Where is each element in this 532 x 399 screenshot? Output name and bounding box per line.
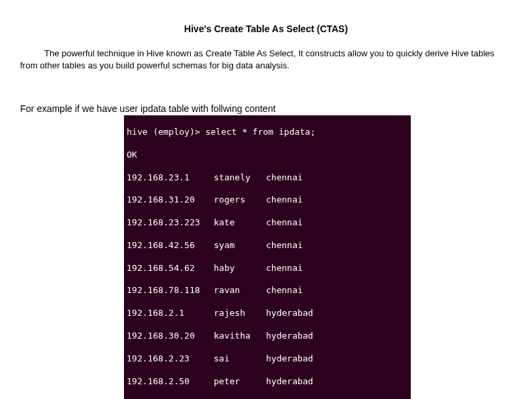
- terminal-prompt: hive (employ)> select * from ipdata;: [127, 127, 408, 138]
- page-title: Hive's Create Table As Select (CTAS): [20, 23, 512, 34]
- table-row: 192.168.42.56syamchennai: [127, 240, 408, 251]
- table-row: 192.168.54.62habychennai: [127, 263, 408, 274]
- terminal-ok: OK: [127, 150, 408, 161]
- example-lead: For example if we have user ipdata table…: [20, 103, 512, 114]
- table-row: 192.168.23.1stanelychennai: [127, 172, 408, 184]
- table-row: 192.168.2.1rajeshhyderabad: [127, 308, 408, 319]
- table-row: 192.168.78.118ravanchennai: [127, 285, 408, 296]
- table-row: 192.168.2.23saihyderabad: [127, 353, 408, 365]
- table-row: 192.168.31.20rogerschennai: [127, 194, 408, 206]
- table-row: 192.168.30.20kavithahyderabad: [127, 331, 408, 342]
- intro-paragraph: The powerful technique in Hive known as …: [20, 48, 512, 71]
- terminal-output: hive (employ)> select * from ipdata; OK …: [124, 115, 411, 399]
- table-row: 192.168.23.223katechennai: [127, 217, 408, 229]
- table-row: 192.168.2.50peterhyderabad: [127, 376, 408, 388]
